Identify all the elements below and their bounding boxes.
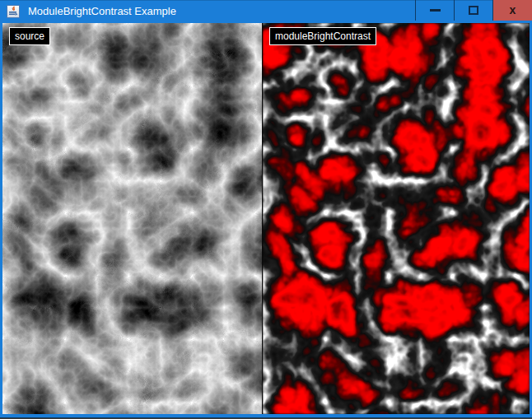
java-app-icon[interactable] (7, 5, 20, 18)
result-noise-image (263, 23, 530, 414)
window-controls: x (415, 0, 532, 23)
close-button[interactable]: x (492, 0, 532, 21)
minimize-icon (430, 9, 441, 12)
result-label: moduleBrightContrast (269, 27, 376, 45)
content-area: source moduleBrightContrast (2, 23, 530, 414)
window-title: ModuleBrightContrast Example (28, 0, 415, 23)
app-window: ModuleBrightContrast Example x source (0, 0, 532, 417)
result-panel: moduleBrightContrast (263, 23, 530, 414)
source-panel: source (2, 23, 262, 414)
maximize-icon (469, 6, 478, 15)
source-noise-image (2, 23, 262, 414)
close-icon: x (510, 4, 516, 16)
titlebar[interactable]: ModuleBrightContrast Example x (0, 0, 532, 23)
maximize-button[interactable] (454, 0, 492, 21)
minimize-button[interactable] (415, 0, 454, 21)
source-label: source (9, 27, 50, 45)
